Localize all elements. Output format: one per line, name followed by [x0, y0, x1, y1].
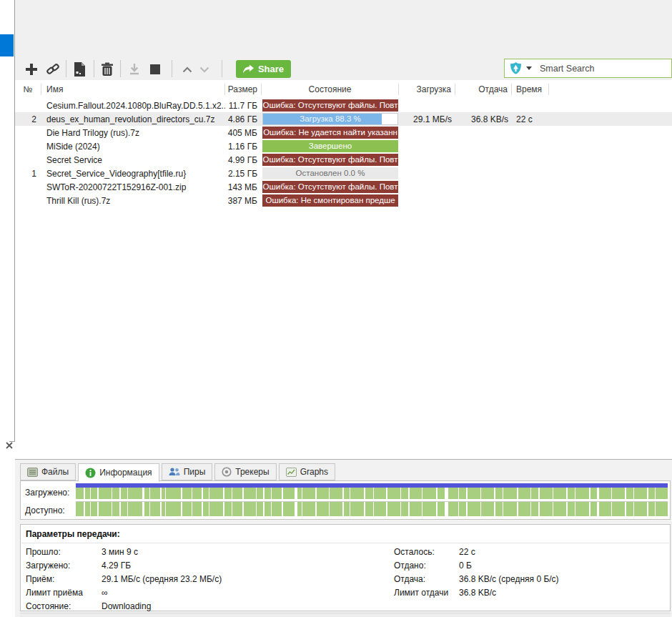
table-row[interactable]: SWToR-20200722T152916Z-001.zip143 МБОшиб… [15, 180, 672, 194]
piece-gap [223, 502, 224, 516]
torrent-list: Cesium.Fallout.2024.1080p.BluRay.DD.5.1.… [15, 99, 672, 207]
piece-gap [538, 488, 540, 499]
piece-gap [589, 488, 591, 499]
param-value: 22 с [459, 546, 559, 559]
table-row[interactable]: 2deus_ex_human_revolution_directors_cu.7… [15, 112, 672, 126]
delete-button[interactable] [100, 60, 114, 79]
share-button[interactable]: Share [236, 60, 291, 78]
piece-gap [364, 502, 365, 516]
piece-gap [202, 502, 203, 516]
piece-gap [232, 488, 232, 499]
param-label: Лимит отдачи [394, 586, 459, 600]
tab-trackers[interactable]: Трекеры [214, 463, 276, 480]
table-row[interactable]: 1Secret_Service_Videography[tfile.ru}2.1… [15, 167, 672, 180]
piece-gap [192, 488, 192, 499]
stop-button[interactable] [148, 60, 162, 79]
column-header-2[interactable]: Размер [225, 84, 262, 95]
table-row[interactable]: MiSide (2024)1.16 ГБЗавершено [15, 139, 672, 153]
piece-gap [503, 488, 503, 499]
peers-icon [169, 468, 180, 476]
move-down-button[interactable] [198, 60, 211, 79]
piece-gap [209, 502, 209, 516]
column-header-5[interactable]: Отдача [455, 84, 512, 95]
table-row[interactable]: Thrill Kill (rus).7z387 МБОшибка: Не смо… [15, 194, 672, 207]
param-label: Отдано: [394, 559, 459, 573]
cell-size: 2.15 ГБ [225, 169, 262, 179]
tab-files[interactable]: Файлы [20, 463, 76, 480]
piece-gap [282, 488, 283, 499]
cell-size: 405 МБ [225, 128, 262, 138]
piece-gap [445, 502, 448, 516]
piece-gap [422, 488, 423, 499]
piece-gap [160, 488, 162, 499]
table-row[interactable]: Die Hard Trilogy (rus).7z405 МБОшибка: Н… [15, 126, 672, 139]
cell-torrent-name: Secret_Service_Videography[tfile.ru} [41, 169, 225, 179]
piece-gap [192, 502, 192, 516]
shield-icon [510, 62, 522, 74]
param-value: 29.1 МБ/с (средняя 23.2 МБ/с) [102, 573, 222, 586]
plus-icon [24, 62, 39, 76]
piece-gap [625, 488, 626, 499]
piece-gap [315, 488, 317, 499]
table-row[interactable]: Secret Service4.99 ГБОшибка: Отсутствуют… [15, 153, 672, 167]
cell-torrent-name: Die Hard Trilogy (rus).7z [41, 128, 225, 138]
trackers-icon [222, 467, 232, 477]
piece-gap [302, 502, 302, 516]
close-icon[interactable] [4, 440, 14, 450]
status-badge: Ошибка: Не удается найти указанн [262, 127, 398, 139]
toolbar-separator [222, 60, 222, 77]
column-header-6[interactable]: Время [512, 84, 549, 95]
piece-gap [503, 502, 503, 516]
piece-gap [112, 488, 112, 499]
toolbar-separator [94, 60, 94, 77]
piece-gap [282, 502, 283, 516]
column-header-3[interactable]: Состояние [262, 84, 399, 95]
accent-square [0, 34, 14, 56]
progress-label: Загрузка 88.3 % [263, 114, 397, 124]
piece-gap [530, 488, 531, 499]
add-link-button[interactable] [45, 60, 60, 79]
tab-info[interactable]: Информация [78, 463, 159, 482]
search-input[interactable] [538, 63, 671, 74]
cell-status: Ошибка: Отсутствуют файлы. Повт [262, 181, 399, 193]
params-right: Осталось:22 сОтдано:0 БОтдача:36.8 KB/c … [394, 546, 559, 600]
piece-gap [209, 488, 209, 499]
column-header-4[interactable]: Загрузка [399, 84, 455, 95]
piece-gap [90, 502, 91, 516]
piece-gap [494, 488, 495, 499]
piece-gap [232, 502, 232, 516]
tab-graphs[interactable]: Graphs [279, 463, 335, 480]
piece-gap [97, 488, 99, 499]
move-up-button[interactable] [181, 60, 194, 79]
available-pieces-bar [76, 501, 668, 516]
tab-peers[interactable]: Пиры [162, 463, 213, 480]
toolbar-separator [120, 60, 121, 77]
piece-gap [400, 502, 401, 516]
create-torrent-button[interactable] [72, 60, 87, 79]
param-value: 4.29 ГБ [102, 559, 222, 573]
table-row[interactable]: Cesium.Fallout.2024.1080p.BluRay.DD.5.1.… [15, 99, 672, 112]
piece-gap [373, 502, 374, 516]
piece-gap [408, 502, 410, 516]
smart-search-box[interactable] [504, 59, 672, 78]
piece-gap [295, 488, 297, 499]
param-label: Состояние: [26, 600, 102, 613]
piece-gap [436, 502, 438, 516]
piece-gap [373, 488, 374, 499]
piece-gap [611, 488, 612, 499]
column-header-1[interactable]: Имя [41, 84, 225, 95]
piece-gap [480, 502, 481, 516]
piece-gap [127, 502, 128, 516]
cell-size: 1.16 ГБ [225, 142, 262, 152]
piece-gap [342, 502, 344, 516]
add-torrent-button[interactable] [24, 60, 39, 79]
cell-status: Ошибка: Не смонтирован предше [262, 194, 399, 207]
param-label: Лимит приёма [26, 586, 102, 600]
column-header-0[interactable]: № [15, 84, 41, 95]
files-icon [27, 468, 38, 477]
search-dropdown-icon[interactable] [526, 66, 532, 70]
cell-torrent-name: deus_ex_human_revolution_directors_cu.7z [41, 114, 225, 124]
params-left: Прошло:3 мин 9 сЗагружено:4.29 ГБПриём:2… [26, 546, 222, 613]
start-download-button[interactable] [127, 60, 142, 79]
downloaded-pieces-map [76, 488, 668, 499]
